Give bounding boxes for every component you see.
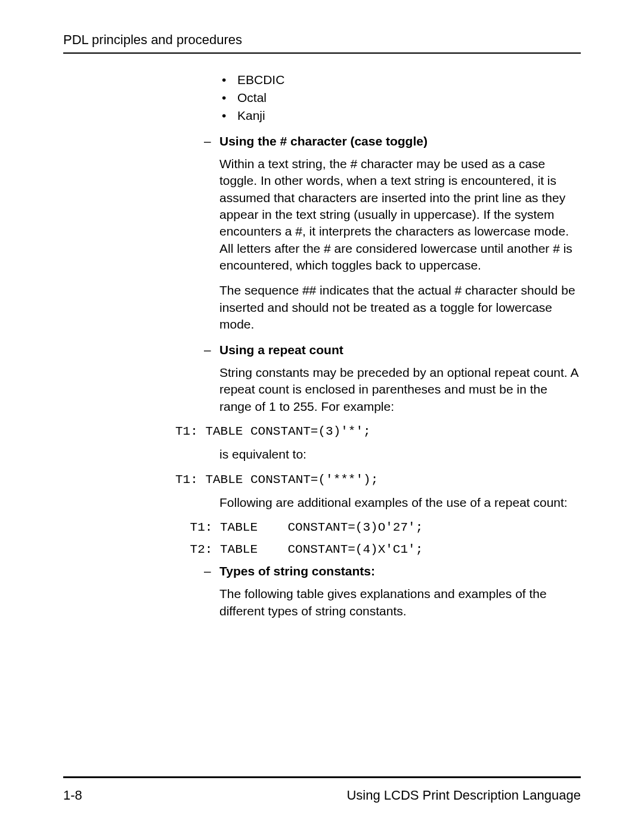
code-example: T1: TABLE CONSTANT=(3)'*';	[175, 423, 581, 440]
code-example: T1: TABLE CONSTANT=(3)O'27';	[182, 519, 581, 536]
paragraph: String constants may be preceded by an o…	[219, 364, 581, 415]
list-item: Octal	[219, 89, 581, 106]
page-number: 1-8	[63, 786, 82, 804]
page-content: EBCDIC Octal Kanji Using the # character…	[63, 72, 581, 620]
encoding-bullet-list: EBCDIC Octal Kanji	[219, 72, 581, 125]
bullet-text: Kanji	[237, 109, 265, 122]
footer-title: Using LCDS Print Description Language	[346, 786, 581, 804]
section-types-of-constants: Types of string constants:	[200, 563, 581, 580]
section-heading: Types of string constants:	[219, 564, 375, 578]
list-item: Kanji	[219, 107, 581, 124]
paragraph: The following table gives explanations a…	[219, 586, 581, 620]
list-item: EBCDIC	[219, 72, 581, 88]
section-heading: Using a repeat count	[219, 343, 343, 357]
page-header: PDL principles and procedures	[63, 31, 581, 54]
header-title: PDL principles and procedures	[63, 31, 581, 49]
page-footer: 1-8 Using LCDS Print Description Languag…	[63, 776, 581, 804]
section-case-toggle: Using the # character (case toggle)	[200, 133, 581, 150]
code-example: T1: TABLE CONSTANT=('***');	[175, 472, 581, 488]
paragraph: The sequence ## indicates that the actua…	[219, 282, 581, 333]
paragraph: is equivalent to:	[219, 446, 581, 463]
paragraph: Following are additional examples of the…	[219, 494, 581, 511]
paragraph: Within a text string, the # character ma…	[219, 156, 581, 274]
section-repeat-count: Using a repeat count	[200, 342, 581, 358]
section-heading: Using the # character (case toggle)	[219, 134, 428, 148]
bullet-text: Octal	[237, 91, 267, 104]
code-example: T2: TABLE CONSTANT=(4)X'C1';	[182, 541, 581, 558]
bullet-text: EBCDIC	[237, 73, 284, 86]
